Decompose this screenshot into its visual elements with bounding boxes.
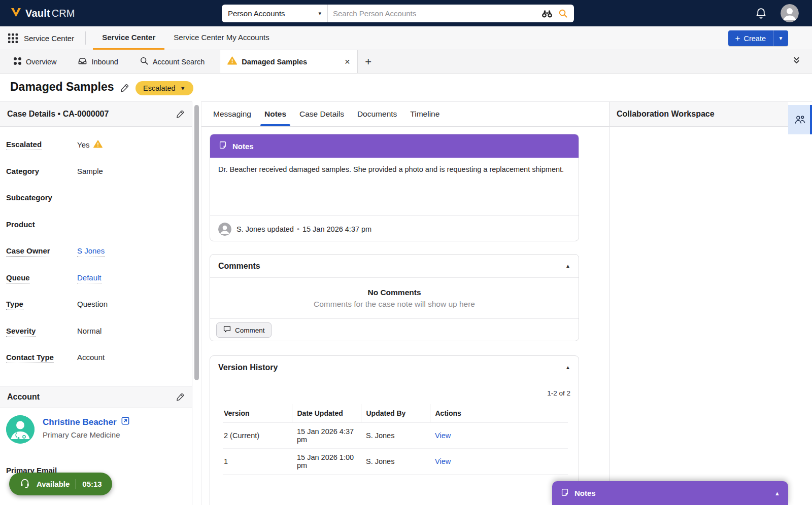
chevron-down-icon: ▼ <box>180 85 186 91</box>
case-tabbar: Messaging Notes Case Details Documents T… <box>201 102 609 127</box>
table-row: 2 (Current) 15 Jan 2026 4:37 pm S. Jones… <box>223 423 568 449</box>
comments-title: Comments <box>218 262 565 271</box>
search-icon[interactable] <box>558 9 568 18</box>
search-scope-select[interactable]: Person Accounts ▾ <box>222 5 327 22</box>
col-actions: Actions <box>430 404 568 423</box>
magnifier-icon <box>140 56 149 67</box>
app-launcher-grid-icon[interactable] <box>8 33 18 43</box>
version-table: Version Date Updated Updated By Actions … <box>223 404 568 475</box>
create-dropdown-button[interactable]: ▼ <box>773 30 788 46</box>
new-tab-button[interactable]: + <box>358 50 379 73</box>
comment-bubble-icon <box>223 325 231 335</box>
notes-dock-title: Notes <box>574 489 769 497</box>
field-product: Product <box>6 220 186 247</box>
create-button[interactable]: + Create <box>728 30 773 46</box>
meta-user: S. Jones updated <box>236 225 294 233</box>
search-scope-value: Person Accounts <box>228 9 318 18</box>
notes-card-title: Notes <box>232 142 254 151</box>
tab-messaging[interactable]: Messaging <box>213 102 251 126</box>
app-bar: Service Center Service Center Service Ce… <box>0 26 812 50</box>
page-title: Damaged Samples <box>10 80 114 94</box>
nav-inbound[interactable]: Inbound <box>70 50 126 73</box>
status-timer: 05:13 <box>82 480 101 488</box>
note-meta: S. Jones updated•15 Jan 2026 4:37 pm <box>210 215 579 242</box>
notes-dock[interactable]: Notes ▲ <box>552 481 788 505</box>
search-input[interactable] <box>328 5 541 22</box>
doctor-avatar <box>6 415 35 444</box>
vault-crm-app: Vault CRM Person Accounts ▾ <box>0 0 812 505</box>
tab-timeline[interactable]: Timeline <box>410 102 439 126</box>
version-count: 1-2 of 2 <box>210 379 579 397</box>
tab-notes[interactable]: Notes <box>264 102 286 126</box>
field-case-owner: Case Owner S Jones <box>6 246 186 273</box>
brand-logo: Vault CRM <box>10 0 75 26</box>
meta-separator: • <box>297 225 299 233</box>
tab-case-details[interactable]: Case Details <box>299 102 344 126</box>
nav-overview[interactable]: Overview <box>5 50 64 73</box>
field-type: Type Question <box>6 300 186 327</box>
app-tab-service-center-my-accounts[interactable]: Service Center My Accounts <box>164 26 278 50</box>
tab-damaged-samples[interactable]: Damaged Samples ✕ <box>220 50 358 73</box>
global-search: Person Accounts ▾ <box>222 5 574 22</box>
collaboration-header: Collaboration Workspace <box>610 102 788 127</box>
nav-account-search[interactable]: Account Search <box>131 50 213 73</box>
version-history-card: Version History ▲ 1-2 of 2 Version Date … <box>210 355 579 505</box>
external-link-icon <box>121 416 130 428</box>
field-severity: Severity Normal <box>6 327 186 353</box>
edit-case-pencil-icon[interactable] <box>176 110 185 119</box>
case-tab-label: Damaged Samples <box>242 58 307 66</box>
left-panel-scrollbar[interactable] <box>194 105 199 380</box>
meta-avatar <box>218 223 231 236</box>
user-avatar[interactable] <box>781 4 799 22</box>
collaboration-people-icon[interactable] <box>788 105 812 134</box>
case-details-header: Case Details • CA-0000007 <box>0 102 192 127</box>
field-subcategory: Subcategory <box>6 193 186 220</box>
queue-link[interactable]: Default <box>77 273 101 283</box>
view-version-link[interactable]: View <box>435 431 451 440</box>
warning-icon <box>93 140 103 150</box>
app-tab-service-center[interactable]: Service Center <box>93 26 164 50</box>
version-history-header[interactable]: Version History ▲ <box>210 356 579 379</box>
top-navbar: Vault CRM Person Accounts ▾ <box>0 0 812 26</box>
availability-status: Available <box>37 480 70 488</box>
brand-vault-text: Vault <box>25 8 50 19</box>
notifications-bell-icon[interactable] <box>755 7 767 20</box>
page-title-row: Damaged Samples Escalated ▼ <box>0 74 812 101</box>
tab-documents[interactable]: Documents <box>357 102 397 126</box>
account-name-link[interactable]: Christine Beacher <box>43 416 130 428</box>
divider <box>76 479 76 489</box>
note-icon <box>560 488 569 499</box>
comments-card: Comments ▲ No Comments Comments for the … <box>210 254 579 341</box>
case-owner-link[interactable]: S Jones <box>77 246 105 257</box>
table-row: 1 15 Jan 2026 1:00 pm S. Jones View <box>223 449 568 475</box>
case-fields: Escalated Yes Category Sample Subcategor… <box>0 127 192 380</box>
view-version-link[interactable]: View <box>435 457 451 465</box>
comment-button[interactable]: Comment <box>216 322 272 338</box>
agent-status-widget[interactable]: Available 05:13 <box>9 473 112 495</box>
col-updated-by: Updated By <box>361 404 430 423</box>
field-queue: Queue Default <box>6 273 186 300</box>
field-contact-type: Contact Type Account <box>6 353 186 380</box>
chevron-double-down-icon[interactable] <box>792 56 801 65</box>
notes-tab-content: Notes Dr. Beacher received damaged sampl… <box>201 127 609 505</box>
create-split-button: + Create ▼ <box>728 30 788 46</box>
no-comments-title: No Comments <box>367 288 421 297</box>
edit-account-pencil-icon[interactable] <box>176 392 185 402</box>
version-history-title: Version History <box>218 363 565 372</box>
collaboration-title: Collaboration Workspace <box>617 110 781 119</box>
chevron-up-icon: ▲ <box>565 365 570 370</box>
chevron-up-icon: ▲ <box>565 263 570 269</box>
vault-v-icon <box>10 7 22 20</box>
case-details-title: Case Details • CA-0000007 <box>7 110 176 119</box>
comments-empty-state: No Comments Comments for the case note w… <box>210 278 579 318</box>
case-workspace: Messaging Notes Case Details Documents T… <box>201 101 609 505</box>
binoculars-icon[interactable] <box>541 9 553 18</box>
notes-card: Notes Dr. Beacher received damaged sampl… <box>210 134 579 241</box>
workspace-tabstrip: Overview Inbound Account Search Damaged … <box>0 50 812 74</box>
status-badge-escalated[interactable]: Escalated ▼ <box>136 81 193 95</box>
chevron-up-icon: ▲ <box>774 490 780 496</box>
app-name: Service Center <box>24 34 74 43</box>
edit-title-pencil-icon[interactable] <box>120 83 129 93</box>
close-icon[interactable]: ✕ <box>345 58 351 66</box>
comments-header[interactable]: Comments ▲ <box>210 255 579 278</box>
